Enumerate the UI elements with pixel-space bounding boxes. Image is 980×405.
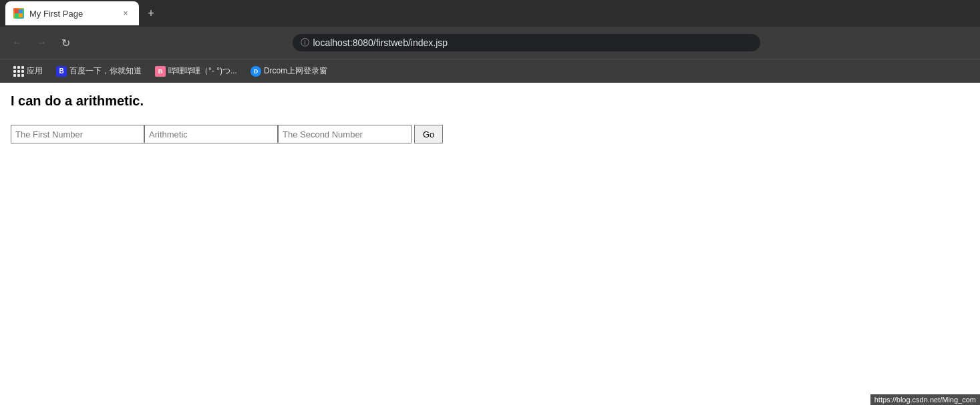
bookmark-apps-label: 应用 (27, 65, 43, 77)
tab-title: My First Page (29, 9, 115, 19)
bookmark-baidu-label: 百度一下，你就知道 (69, 65, 142, 77)
address-input-wrap[interactable]: ⓘ localhost:8080/firstweb/index.jsp (293, 34, 760, 51)
address-bar: ← → ↻ ⓘ localhost:8080/firstweb/index.js… (0, 27, 980, 59)
apps-icon (13, 66, 24, 77)
reload-button[interactable]: ↻ (56, 33, 75, 52)
baidu-icon: B (56, 66, 67, 77)
tab-bar: My First Page × + (0, 0, 980, 27)
bookmark-drcom[interactable]: D Drcom上网登录窗 (245, 63, 333, 79)
go-button[interactable]: Go (414, 125, 443, 143)
bookmark-baidu[interactable]: B 百度一下，你就知道 (51, 63, 147, 79)
address-text: localhost:8080/firstweb/index.jsp (313, 37, 448, 48)
page-heading: I can do a arithmetic. (11, 93, 969, 109)
svg-rect-1 (19, 9, 23, 13)
first-number-input[interactable] (11, 125, 144, 143)
svg-rect-2 (15, 13, 19, 17)
browser-window: My First Page × + ← → ↻ ⓘ localhost:8080… (0, 0, 980, 405)
tab-favicon (13, 8, 24, 19)
arithmetic-input[interactable] (144, 125, 278, 143)
bilibili-icon: B (155, 66, 166, 77)
forward-button[interactable]: → (32, 33, 51, 52)
second-number-input[interactable] (278, 125, 412, 143)
bookmarks-bar: 应用 B 百度一下，你就知道 B 哔哩哔哩（°- °)つ... D Drcom上… (0, 59, 980, 83)
svg-rect-3 (19, 13, 23, 17)
arithmetic-form: Go (11, 125, 969, 143)
drcom-icon: D (251, 66, 261, 77)
bookmark-bilibili[interactable]: B 哔哩哔哩（°- °)つ... (150, 63, 242, 79)
bookmark-drcom-label: Drcom上网登录窗 (264, 65, 327, 77)
status-bar: https://blog.csdn.net/Ming_com (870, 394, 980, 405)
svg-rect-0 (15, 9, 19, 13)
page-content: I can do a arithmetic. Go (0, 83, 980, 405)
back-button[interactable]: ← (8, 33, 27, 52)
status-bar-text: https://blog.csdn.net/Ming_com (874, 396, 976, 404)
lock-icon: ⓘ (301, 37, 309, 49)
active-tab[interactable]: My First Page × (5, 1, 139, 25)
tab-close-button[interactable]: × (120, 8, 131, 19)
bookmark-apps[interactable]: 应用 (8, 63, 48, 79)
new-tab-button[interactable]: + (142, 4, 160, 23)
bookmark-bilibili-label: 哔哩哔哩（°- °)つ... (168, 65, 237, 77)
